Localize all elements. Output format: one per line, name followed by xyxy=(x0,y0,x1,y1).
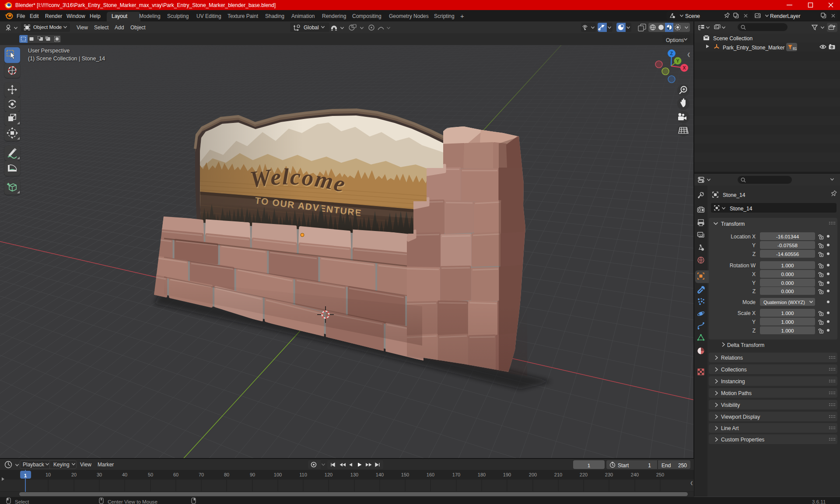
svg-text:240: 240 xyxy=(631,472,639,477)
svg-text:20: 20 xyxy=(71,472,77,477)
svg-text:Y: Y xyxy=(676,59,679,63)
svg-text:230: 230 xyxy=(605,472,613,477)
svg-text:110: 110 xyxy=(299,472,307,477)
svg-text:50: 50 xyxy=(148,472,153,477)
svg-text:200: 200 xyxy=(529,472,537,477)
svg-text:100: 100 xyxy=(274,472,282,477)
svg-text:130: 130 xyxy=(350,472,358,477)
svg-text:140: 140 xyxy=(376,472,384,477)
svg-text:150: 150 xyxy=(401,472,409,477)
svg-text:60: 60 xyxy=(173,472,178,477)
svg-text:210: 210 xyxy=(554,472,562,477)
svg-text:81: 81 xyxy=(793,46,797,51)
svg-text:120: 120 xyxy=(325,472,332,477)
svg-text:160: 160 xyxy=(427,472,434,477)
svg-text:250: 250 xyxy=(656,472,664,477)
svg-text:180: 180 xyxy=(478,472,486,477)
svg-text:70: 70 xyxy=(199,472,204,477)
svg-text:Z: Z xyxy=(670,51,673,56)
svg-text:80: 80 xyxy=(224,472,229,477)
svg-text:40: 40 xyxy=(122,472,127,477)
svg-text:220: 220 xyxy=(580,472,588,477)
svg-text:30: 30 xyxy=(97,472,102,477)
svg-text:90: 90 xyxy=(250,472,255,477)
svg-text:170: 170 xyxy=(452,472,460,477)
svg-text:X: X xyxy=(682,65,686,70)
svg-text:190: 190 xyxy=(503,472,511,477)
svg-text:10: 10 xyxy=(46,472,51,477)
